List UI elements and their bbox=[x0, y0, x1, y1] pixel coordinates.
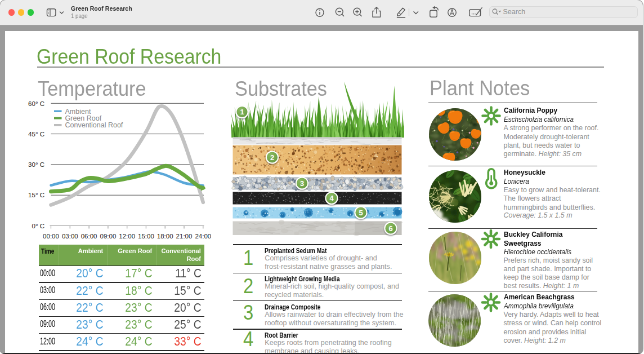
svg-text:21:00: 21:00 bbox=[176, 233, 193, 240]
svg-text:4: 4 bbox=[329, 194, 334, 202]
svg-text:15:00: 15:00 bbox=[138, 233, 154, 240]
svg-text:3: 3 bbox=[300, 179, 304, 188]
svg-text:0° C: 0° C bbox=[32, 223, 45, 229]
svg-text:03:00: 03:00 bbox=[62, 233, 78, 240]
svg-text:5: 5 bbox=[359, 209, 363, 217]
svg-text:00:00: 00:00 bbox=[43, 233, 59, 240]
svg-text:60° C: 60° C bbox=[28, 100, 44, 107]
svg-text:1: 1 bbox=[240, 108, 244, 116]
svg-text:24:00: 24:00 bbox=[195, 233, 211, 240]
svg-text:30° C: 30° C bbox=[28, 161, 44, 168]
svg-text:45° C: 45° C bbox=[28, 131, 44, 138]
svg-text:Conventional Roof: Conventional Roof bbox=[65, 121, 123, 129]
svg-text:09:00: 09:00 bbox=[100, 233, 117, 240]
svg-text:15° C: 15° C bbox=[28, 192, 44, 198]
svg-text:12:00: 12:00 bbox=[119, 233, 135, 240]
svg-text:18:00: 18:00 bbox=[157, 233, 173, 240]
svg-text:6: 6 bbox=[388, 224, 392, 233]
svg-text:2: 2 bbox=[270, 153, 274, 162]
svg-text:06:00: 06:00 bbox=[81, 233, 97, 240]
